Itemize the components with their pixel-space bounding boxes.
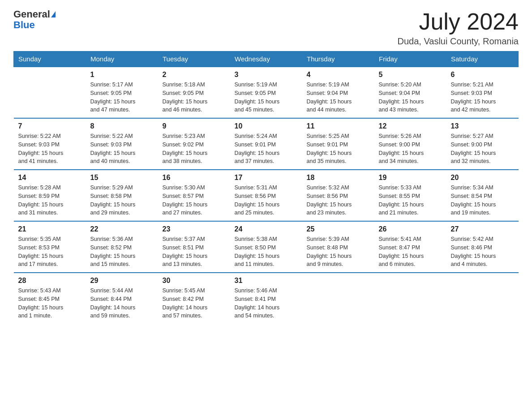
calendar-body: 1Sunrise: 5:17 AM Sunset: 9:05 PM Daylig… — [14, 67, 519, 324]
calendar-cell — [302, 273, 374, 324]
calendar-week-row: 21Sunrise: 5:35 AM Sunset: 8:53 PM Dayli… — [14, 221, 519, 273]
day-number: 14 — [18, 174, 82, 182]
day-info: Sunrise: 5:36 AM Sunset: 8:52 PM Dayligh… — [90, 235, 154, 269]
calendar-cell: 3Sunrise: 5:19 AM Sunset: 9:05 PM Daylig… — [230, 67, 302, 118]
page-header: General Blue July 2024 Duda, Vaslui Coun… — [13, 9, 519, 47]
day-info: Sunrise: 5:20 AM Sunset: 9:04 PM Dayligh… — [379, 81, 442, 114]
calendar-cell: 18Sunrise: 5:32 AM Sunset: 8:56 PM Dayli… — [302, 170, 374, 221]
calendar-cell: 19Sunrise: 5:33 AM Sunset: 8:55 PM Dayli… — [374, 170, 446, 221]
calendar-cell: 10Sunrise: 5:24 AM Sunset: 9:01 PM Dayli… — [230, 118, 302, 170]
calendar-cell: 16Sunrise: 5:30 AM Sunset: 8:57 PM Dayli… — [158, 170, 230, 221]
day-number: 15 — [90, 174, 154, 182]
column-header-saturday: Saturday — [446, 51, 519, 67]
day-number: 4 — [307, 71, 370, 79]
day-info: Sunrise: 5:31 AM Sunset: 8:56 PM Dayligh… — [235, 184, 298, 217]
day-number: 25 — [307, 225, 370, 233]
day-info: Sunrise: 5:22 AM Sunset: 9:03 PM Dayligh… — [90, 132, 154, 166]
calendar-cell: 12Sunrise: 5:26 AM Sunset: 9:00 PM Dayli… — [374, 118, 446, 170]
calendar-week-row: 28Sunrise: 5:43 AM Sunset: 8:45 PM Dayli… — [14, 273, 519, 324]
day-info: Sunrise: 5:24 AM Sunset: 9:01 PM Dayligh… — [235, 132, 298, 166]
column-header-thursday: Thursday — [302, 51, 374, 67]
day-number: 23 — [163, 225, 226, 233]
calendar-cell: 5Sunrise: 5:20 AM Sunset: 9:04 PM Daylig… — [374, 67, 446, 118]
column-header-wednesday: Wednesday — [230, 51, 302, 67]
day-number: 9 — [163, 122, 226, 130]
day-info: Sunrise: 5:18 AM Sunset: 9:05 PM Dayligh… — [163, 81, 226, 114]
day-number: 17 — [235, 174, 298, 182]
column-header-monday: Monday — [86, 51, 158, 67]
day-info: Sunrise: 5:32 AM Sunset: 8:56 PM Dayligh… — [307, 184, 370, 217]
day-number: 22 — [90, 225, 154, 233]
day-number: 8 — [90, 122, 154, 130]
month-title: July 2024 — [397, 9, 519, 34]
calendar-cell: 24Sunrise: 5:38 AM Sunset: 8:50 PM Dayli… — [230, 221, 302, 273]
calendar-cell: 30Sunrise: 5:45 AM Sunset: 8:42 PM Dayli… — [158, 273, 230, 324]
logo-blue-text: Blue — [13, 20, 56, 30]
calendar-cell: 9Sunrise: 5:23 AM Sunset: 9:02 PM Daylig… — [158, 118, 230, 170]
day-info: Sunrise: 5:19 AM Sunset: 9:04 PM Dayligh… — [307, 81, 370, 114]
day-number: 16 — [163, 174, 226, 182]
column-header-tuesday: Tuesday — [158, 51, 230, 67]
day-number: 21 — [18, 225, 82, 233]
day-number: 11 — [307, 122, 370, 130]
day-number: 7 — [18, 122, 82, 130]
day-number: 12 — [379, 122, 442, 130]
column-header-friday: Friday — [374, 51, 446, 67]
calendar-cell: 11Sunrise: 5:25 AM Sunset: 9:01 PM Dayli… — [302, 118, 374, 170]
day-number: 10 — [235, 122, 298, 130]
day-info: Sunrise: 5:22 AM Sunset: 9:03 PM Dayligh… — [18, 132, 82, 166]
calendar-cell: 1Sunrise: 5:17 AM Sunset: 9:05 PM Daylig… — [86, 67, 158, 118]
calendar-cell: 13Sunrise: 5:27 AM Sunset: 9:00 PM Dayli… — [446, 118, 519, 170]
day-number: 27 — [451, 225, 514, 233]
calendar-cell: 26Sunrise: 5:41 AM Sunset: 8:47 PM Dayli… — [374, 221, 446, 273]
day-info: Sunrise: 5:33 AM Sunset: 8:55 PM Dayligh… — [379, 184, 442, 217]
calendar-cell: 20Sunrise: 5:34 AM Sunset: 8:54 PM Dayli… — [446, 170, 519, 221]
location-text: Duda, Vaslui County, Romania — [397, 36, 519, 47]
day-number: 2 — [163, 71, 226, 79]
day-number: 30 — [163, 277, 226, 285]
day-info: Sunrise: 5:25 AM Sunset: 9:01 PM Dayligh… — [307, 132, 370, 166]
day-number: 26 — [379, 225, 442, 233]
day-number: 31 — [235, 277, 298, 285]
day-number: 18 — [307, 174, 370, 182]
day-info: Sunrise: 5:45 AM Sunset: 8:42 PM Dayligh… — [163, 287, 226, 320]
logo-triangle-icon — [51, 11, 56, 17]
day-info: Sunrise: 5:30 AM Sunset: 8:57 PM Dayligh… — [163, 184, 226, 217]
logo: General Blue — [13, 9, 56, 30]
calendar-cell: 2Sunrise: 5:18 AM Sunset: 9:05 PM Daylig… — [158, 67, 230, 118]
calendar-cell: 31Sunrise: 5:46 AM Sunset: 8:41 PM Dayli… — [230, 273, 302, 324]
day-number: 1 — [90, 71, 154, 79]
calendar-table: SundayMondayTuesdayWednesdayThursdayFrid… — [13, 51, 519, 324]
day-number: 13 — [451, 122, 514, 130]
day-number: 19 — [379, 174, 442, 182]
column-header-sunday: Sunday — [14, 51, 86, 67]
day-number: 29 — [90, 277, 154, 285]
day-info: Sunrise: 5:37 AM Sunset: 8:51 PM Dayligh… — [163, 235, 226, 269]
day-number: 6 — [451, 71, 514, 79]
day-info: Sunrise: 5:26 AM Sunset: 9:00 PM Dayligh… — [379, 132, 442, 166]
day-info: Sunrise: 5:43 AM Sunset: 8:45 PM Dayligh… — [18, 287, 82, 320]
calendar-cell: 27Sunrise: 5:42 AM Sunset: 8:46 PM Dayli… — [446, 221, 519, 273]
calendar-cell: 7Sunrise: 5:22 AM Sunset: 9:03 PM Daylig… — [14, 118, 86, 170]
calendar-cell: 14Sunrise: 5:28 AM Sunset: 8:59 PM Dayli… — [14, 170, 86, 221]
calendar-cell: 23Sunrise: 5:37 AM Sunset: 8:51 PM Dayli… — [158, 221, 230, 273]
day-number: 28 — [18, 277, 82, 285]
calendar-cell: 17Sunrise: 5:31 AM Sunset: 8:56 PM Dayli… — [230, 170, 302, 221]
day-info: Sunrise: 5:42 AM Sunset: 8:46 PM Dayligh… — [451, 235, 514, 269]
calendar-cell: 29Sunrise: 5:44 AM Sunset: 8:44 PM Dayli… — [86, 273, 158, 324]
day-info: Sunrise: 5:21 AM Sunset: 9:03 PM Dayligh… — [451, 81, 514, 114]
day-info: Sunrise: 5:35 AM Sunset: 8:53 PM Dayligh… — [18, 235, 82, 269]
day-info: Sunrise: 5:27 AM Sunset: 9:00 PM Dayligh… — [451, 132, 514, 166]
day-info: Sunrise: 5:19 AM Sunset: 9:05 PM Dayligh… — [235, 81, 298, 114]
day-info: Sunrise: 5:28 AM Sunset: 8:59 PM Dayligh… — [18, 184, 82, 217]
day-info: Sunrise: 5:39 AM Sunset: 8:48 PM Dayligh… — [307, 235, 370, 269]
day-number: 20 — [451, 174, 514, 182]
calendar-cell: 22Sunrise: 5:36 AM Sunset: 8:52 PM Dayli… — [86, 221, 158, 273]
calendar-week-row: 7Sunrise: 5:22 AM Sunset: 9:03 PM Daylig… — [14, 118, 519, 170]
day-number: 3 — [235, 71, 298, 79]
calendar-cell — [374, 273, 446, 324]
calendar-cell: 21Sunrise: 5:35 AM Sunset: 8:53 PM Dayli… — [14, 221, 86, 273]
day-info: Sunrise: 5:46 AM Sunset: 8:41 PM Dayligh… — [235, 287, 298, 320]
day-info: Sunrise: 5:23 AM Sunset: 9:02 PM Dayligh… — [163, 132, 226, 166]
calendar-cell — [14, 67, 86, 118]
